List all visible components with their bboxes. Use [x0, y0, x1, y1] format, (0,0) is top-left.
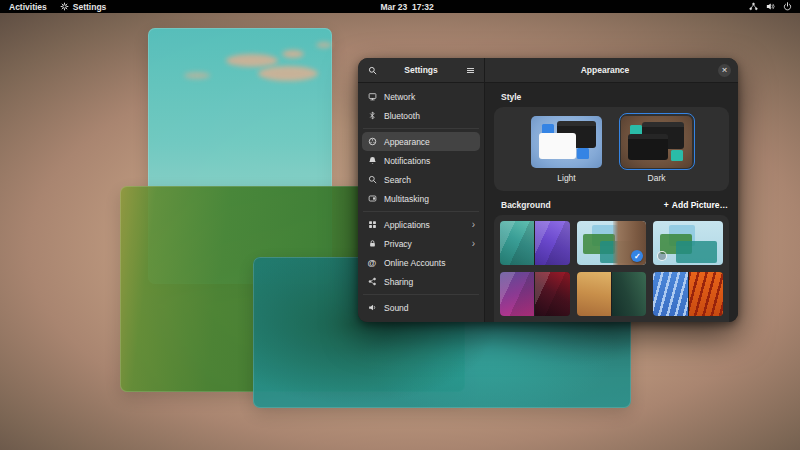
chevron-right-icon: ›: [472, 239, 475, 249]
wallpaper-thumbnail-blobs-light[interactable]: [653, 221, 723, 265]
add-picture-label: Add Picture…: [672, 200, 728, 210]
blob-shape: [676, 241, 716, 263]
background-header: Background + Add Picture…: [501, 200, 728, 210]
wallpaper-variant-left: [653, 272, 687, 316]
dark-style-preview: [621, 116, 692, 168]
sidebar-item-label: Appearance: [384, 137, 430, 147]
cloud-shape: [282, 50, 304, 58]
preview-window-front: [628, 134, 668, 160]
sidebar-item-label: Power: [384, 322, 408, 323]
speaker-icon: [367, 303, 377, 312]
window-body: Network Bluetooth: [358, 83, 738, 322]
sidebar-item-notifications[interactable]: Notifications: [362, 151, 480, 170]
app-grid-icon: [367, 220, 377, 229]
main-menu-button[interactable]: [463, 63, 477, 77]
accent-square: [577, 148, 589, 159]
style-option-light[interactable]: Light: [529, 113, 605, 191]
add-picture-button[interactable]: + Add Picture…: [664, 200, 728, 210]
share-icon: [367, 277, 377, 286]
wallpaper-variant-left: [500, 221, 534, 265]
sidebar-item-search[interactable]: Search: [362, 170, 480, 189]
sidebar-item-label: Sharing: [384, 277, 413, 287]
sidebar-item-label: Sound: [384, 303, 409, 313]
wallpaper-thumbnail-magenta-crimson[interactable]: [500, 272, 570, 316]
wallpaper-variant-right: [612, 272, 646, 316]
sidebar-item-label: Search: [384, 175, 411, 185]
system-status-area[interactable]: [749, 2, 800, 11]
clock-label: Mar 23 17:32: [380, 2, 433, 12]
background-heading: Background: [501, 200, 551, 210]
panel-title: Appearance: [492, 65, 718, 75]
sidebar-separator: [363, 128, 479, 129]
sidebar-item-sharing[interactable]: Sharing: [362, 272, 480, 291]
style-option-label: Light: [557, 173, 575, 183]
appearance-panel: Style Light: [485, 83, 738, 322]
style-thumb-frame: [529, 113, 605, 170]
headerbar[interactable]: Settings Appearance ×: [358, 58, 738, 83]
lock-icon: [367, 239, 377, 248]
close-button[interactable]: ×: [718, 64, 731, 77]
style-option-dark[interactable]: Dark: [619, 113, 695, 191]
desktop: Activities Settings Mar 23 17:32: [0, 0, 800, 450]
sidebar-item-online-accounts[interactable]: @ Online Accounts: [362, 253, 480, 272]
sidebar-title: Settings: [379, 65, 463, 75]
wallpaper-variant-right: [535, 221, 569, 265]
accent-square: [671, 150, 683, 161]
wallpaper-thumbnail-amber-forest[interactable]: [577, 272, 647, 316]
wallpaper-variant-left: [577, 272, 611, 316]
sidebar-item-bluetooth[interactable]: Bluetooth: [362, 106, 480, 125]
cloud-shape: [316, 42, 332, 48]
sidebar-item-appearance[interactable]: Appearance: [362, 132, 480, 151]
hamburger-icon: [466, 66, 475, 75]
check-icon: ✓: [634, 252, 641, 261]
close-icon: ×: [722, 65, 728, 75]
sidebar-item-network[interactable]: Network: [362, 87, 480, 106]
sidebar-item-applications[interactable]: Applications ›: [362, 215, 480, 234]
settings-window: Settings Appearance ×: [358, 58, 738, 322]
activities-label: Activities: [9, 2, 47, 12]
sidebar-item-label: Online Accounts: [384, 258, 445, 268]
cloud-shape: [226, 54, 278, 67]
clock-button[interactable]: Mar 23 17:32: [366, 0, 434, 22]
wallpaper-thumbnail-teal-purple[interactable]: [500, 221, 570, 265]
bluetooth-icon: [367, 111, 377, 120]
app-menu-label: Settings: [73, 2, 107, 12]
monitor-icon: [367, 92, 377, 101]
style-heading: Style: [501, 92, 729, 102]
wallpaper-grid: ✓: [494, 215, 729, 322]
settings-sidebar: Network Bluetooth: [358, 83, 485, 322]
wallpaper-thumbnail-blobs-selected[interactable]: ✓: [577, 221, 647, 265]
volume-icon: [766, 2, 775, 11]
sidebar-item-label: Notifications: [384, 156, 430, 166]
chevron-right-icon: ›: [472, 220, 475, 230]
sidebar-item-label: Privacy: [384, 239, 412, 249]
cloud-shape: [258, 66, 318, 81]
variants-badge-icon: [657, 251, 667, 261]
style-option-label: Dark: [648, 173, 666, 183]
cloud-shape: [184, 72, 210, 79]
wallpaper-variant-right: [689, 272, 723, 316]
sidebar-item-power[interactable]: Power: [362, 317, 480, 322]
sidebar-separator: [363, 294, 479, 295]
sidebar-item-label: Applications: [384, 220, 430, 230]
sidebar-headerbar: Settings: [358, 58, 485, 83]
main-headerbar: Appearance ×: [485, 58, 738, 83]
sidebar-item-label: Network: [384, 92, 415, 102]
activities-button[interactable]: Activities: [9, 2, 47, 12]
sidebar-separator: [363, 211, 479, 212]
wallpaper-thumbnail-blue-orange[interactable]: [653, 272, 723, 316]
sidebar-item-privacy[interactable]: Privacy ›: [362, 234, 480, 253]
power-icon: [783, 2, 792, 11]
wallpaper-variant-left: [500, 272, 534, 316]
plus-icon: +: [664, 200, 669, 210]
style-thumb-frame: [619, 113, 695, 170]
preview-window-front: [539, 133, 576, 159]
sidebar-item-sound[interactable]: Sound: [362, 298, 480, 317]
style-card: Light Dark: [494, 107, 729, 191]
appearance-icon: [367, 137, 377, 146]
sidebar-item-label: Bluetooth: [384, 111, 420, 121]
sidebar-item-multitasking[interactable]: Multitasking: [362, 189, 480, 208]
app-menu-button[interactable]: Settings: [60, 2, 107, 12]
search-button[interactable]: [365, 63, 379, 77]
bell-icon: [367, 156, 377, 165]
